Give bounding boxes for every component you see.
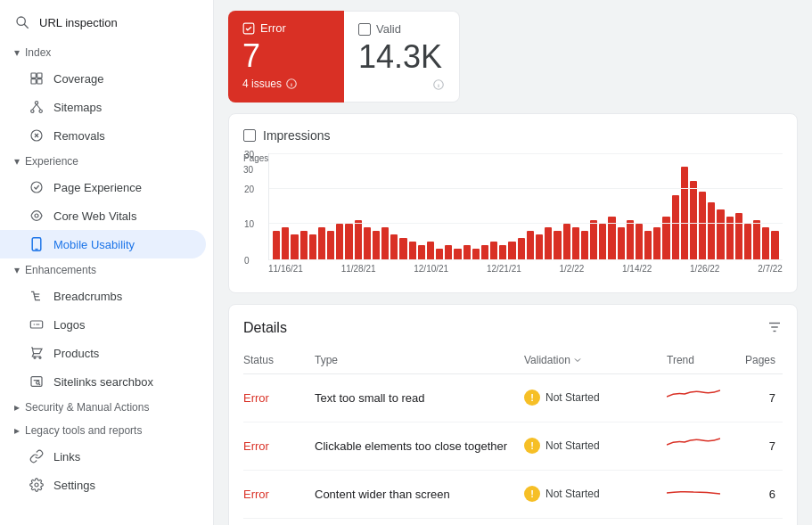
details-table-body: Error Text too small to read ! Not Start…	[243, 373, 783, 525]
sitemaps-icon	[29, 99, 45, 115]
breadcrumbs-icon	[29, 288, 45, 304]
sort-icon	[572, 355, 583, 365]
chart-bar	[418, 245, 425, 259]
error-card-label: Error	[260, 21, 286, 35]
chart-bar	[327, 231, 334, 259]
cell-trend	[667, 373, 738, 422]
chart-bar	[545, 227, 552, 259]
valid-card-count: 14.3K	[358, 39, 445, 75]
svg-point-6	[35, 102, 37, 104]
cell-trend	[667, 518, 738, 525]
cell-validation: ! Not Started	[524, 373, 667, 422]
chart-bar	[753, 220, 760, 259]
chevron-down-icon: ▾	[14, 46, 20, 59]
chart-bar	[636, 224, 643, 259]
chart-bar	[364, 227, 371, 259]
trend-chart	[667, 383, 720, 410]
cell-type: Viewport not set	[315, 518, 524, 525]
chart-bar	[300, 231, 308, 259]
chart-bar	[273, 231, 280, 259]
chart-bar	[499, 245, 506, 259]
table-row[interactable]: Error Content wider than screen ! Not St…	[243, 470, 783, 518]
svg-point-0	[17, 17, 25, 25]
chart-bar	[381, 227, 389, 259]
error-card[interactable]: Error 7 4 issues	[228, 11, 344, 103]
sidebar-item-settings[interactable]: Settings	[0, 471, 206, 499]
details-header: Details	[243, 319, 783, 338]
chart-y-axis-label: Pages 30	[243, 153, 268, 175]
chart-bar	[355, 220, 362, 259]
logos-icon	[29, 316, 45, 332]
chart-bar	[436, 249, 443, 259]
impressions-checkbox[interactable]	[243, 129, 256, 142]
col-status: Status	[243, 349, 315, 374]
cell-status: Error	[243, 373, 315, 422]
chevron-right-icon-leg: ▸	[14, 424, 20, 437]
sidebar-item-products[interactable]: Products	[0, 339, 206, 367]
sidebar-item-sitemaps[interactable]: Sitemaps	[0, 93, 206, 121]
sidebar-top-url-inspection[interactable]: URL inspection	[0, 7, 213, 41]
sidebar-item-sitelinks-searchbox[interactable]: Sitelinks searchbox	[0, 367, 206, 396]
impressions-title: Impressions	[263, 128, 330, 143]
svg-point-27	[35, 483, 38, 487]
svg-line-26	[39, 384, 40, 385]
chart-bar	[409, 242, 416, 259]
svg-point-22	[39, 357, 41, 358]
validation-dot: !	[524, 486, 540, 502]
sidebar-item-breadcrumbs[interactable]: Breadcrumbs	[0, 282, 206, 310]
sidebar-item-links[interactable]: Links	[0, 442, 206, 471]
col-validation[interactable]: Validation	[524, 349, 667, 374]
security-section-header[interactable]: ▸ Security & Manual Actions	[0, 396, 213, 419]
details-filter-button[interactable]	[767, 319, 783, 338]
valid-checkbox	[358, 23, 371, 36]
sidebar-item-mobile-usability[interactable]: Mobile Usability	[0, 230, 206, 258]
validation-sort[interactable]: Validation	[524, 354, 583, 366]
svg-line-1	[24, 24, 29, 29]
sidebar: URL inspection ▾ Index Coverage Si	[0, 0, 214, 525]
sidebar-item-page-experience[interactable]: Page Experience	[0, 173, 206, 201]
removals-icon	[29, 127, 45, 144]
cell-type: Content wider than screen	[315, 470, 524, 518]
cell-validation: ! Not Started	[524, 518, 667, 525]
chart-bar	[518, 238, 525, 259]
sidebar-item-logos[interactable]: Logos	[0, 310, 206, 339]
chart-bar	[771, 231, 778, 259]
table-row[interactable]: Error Clickable elements too close toget…	[243, 422, 783, 470]
trend-chart	[667, 431, 720, 458]
error-checkbox-icon	[242, 22, 255, 35]
col-pages: Pages	[738, 349, 783, 374]
chart-bar	[373, 231, 380, 259]
chart-bar	[762, 227, 769, 259]
chart-bar	[735, 213, 742, 259]
chart-bar	[644, 231, 652, 259]
url-inspection-label: URL inspection	[39, 16, 118, 29]
overview-cards: Error 7 4 issues Valid 14.3K	[228, 11, 798, 103]
chart-bar	[653, 227, 660, 259]
valid-card[interactable]: Valid 14.3K	[344, 11, 460, 103]
chart-bar	[690, 181, 697, 258]
svg-point-14	[31, 182, 42, 193]
sidebar-item-core-web-vitals[interactable]: Core Web Vitals	[0, 201, 206, 230]
chart-bar	[599, 224, 606, 259]
svg-line-10	[37, 104, 41, 110]
cell-trend	[667, 422, 738, 470]
chart-area: Pages 30 30 20 10 0 11/16/21 11/28/21 12…	[243, 153, 783, 278]
index-section-header[interactable]: ▾ Index	[0, 41, 213, 64]
sidebar-item-coverage[interactable]: Coverage	[0, 64, 206, 93]
filter-icon	[767, 319, 783, 335]
links-icon	[29, 448, 45, 464]
chart-bar	[445, 245, 452, 259]
chart-bar	[399, 238, 406, 259]
chart-bar	[390, 234, 398, 259]
chart-bar	[672, 195, 679, 258]
sidebar-item-removals[interactable]: Removals	[0, 121, 206, 150]
chevron-right-icon-sec: ▸	[14, 401, 20, 414]
experience-section-header[interactable]: ▾ Experience	[0, 150, 213, 173]
table-row[interactable]: Error Text too small to read ! Not Start…	[243, 373, 783, 422]
table-row[interactable]: Error Viewport not set ! Not Started 1	[243, 518, 783, 525]
cell-type: Text too small to read	[315, 373, 524, 422]
legacy-section-header[interactable]: ▸ Legacy tools and reports	[0, 419, 213, 442]
enhancements-section-header[interactable]: ▾ Enhancements	[0, 258, 213, 282]
chart-bar	[608, 217, 615, 259]
svg-point-7	[31, 110, 34, 112]
